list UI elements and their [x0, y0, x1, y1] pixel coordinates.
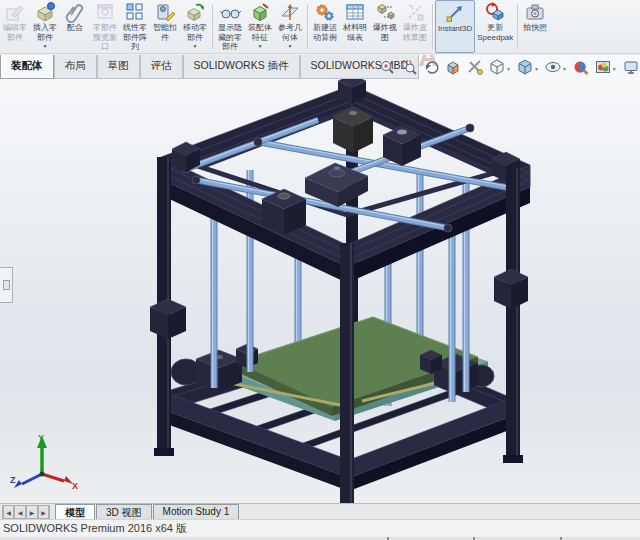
assembly-features-icon: [249, 1, 271, 23]
toolbar-button-label: Instant3D: [438, 24, 472, 34]
display-style-button[interactable]: ▼: [515, 59, 541, 79]
triad-x-label: X: [72, 481, 78, 491]
exploded-view-button[interactable]: 爆炸视图: [370, 0, 400, 53]
explode-line-sketch-button: 爆炸直线草图: [400, 0, 430, 53]
tab-nav-prev-button[interactable]: ◀: [14, 505, 26, 519]
toolbar-button-label: 移动零部件: [183, 23, 207, 42]
insert-components-icon: [34, 1, 56, 23]
view-orientation-button[interactable]: ▼: [487, 59, 513, 79]
tab-nav-next-button[interactable]: ▶: [26, 505, 38, 519]
show-hidden-components-button[interactable]: 显示隐藏的零部件: [215, 0, 245, 53]
linear-component-pattern-button[interactable]: 线性零部件阵列▼: [120, 0, 150, 53]
new-motion-study-icon: [314, 1, 336, 23]
graphics-viewport[interactable]: 装配体布局草图评估SOLIDWORKS 插件SOLIDWORKS MBD ▼▼▼…: [0, 55, 640, 503]
toolbar-button-label: 爆炸视图: [373, 23, 397, 42]
command-tab-assembly[interactable]: 装配体: [0, 55, 54, 79]
toolbar-separator: [517, 4, 518, 49]
status-bar: SOLIDWORKS Premium 2016 x64 版: [0, 519, 640, 537]
dropdown-caret-icon[interactable]: ▼: [193, 43, 198, 49]
command-manager-tabs: 装配体布局草图评估SOLIDWORKS 插件SOLIDWORKS MBD: [0, 55, 419, 79]
dropdown-caret-icon[interactable]: ▼: [562, 66, 567, 72]
bill-of-materials-icon: [344, 1, 366, 23]
instant3d-icon: [444, 2, 466, 24]
move-component-icon: [184, 1, 206, 23]
toolbar-button-label: 零部件预览窗口: [93, 23, 117, 52]
toolbar-button-label: 装配体特征: [248, 23, 272, 42]
tab-nav-first-button[interactable]: ◀: [2, 505, 14, 519]
command-tab-2[interactable]: 草图: [97, 55, 140, 79]
zoom-to-fit-button[interactable]: [377, 59, 397, 79]
display-style-icon: [517, 59, 533, 79]
heads-up-view-toolbar: ▼▼▼▼▼: [377, 59, 640, 79]
toolbar-separator: [307, 4, 308, 49]
document-tab-0[interactable]: 模型: [55, 504, 95, 519]
update-speedpak-button[interactable]: 更新Speedpak: [475, 0, 515, 53]
model-3d-printer-assembly[interactable]: [0, 55, 640, 503]
toolbar-button-label: 线性零部件阵列: [123, 23, 147, 52]
explode-line-sketch-icon: [404, 1, 426, 23]
triad-z-label: Z: [10, 475, 16, 485]
zoom-to-area-icon: [401, 59, 417, 79]
dropdown-caret-icon[interactable]: ▼: [288, 43, 293, 49]
section-view-button[interactable]: [443, 59, 463, 79]
command-tab-1[interactable]: 布局: [54, 55, 97, 79]
mate-icon: [64, 1, 86, 23]
tab-nav-last-button[interactable]: ▶: [38, 505, 50, 519]
view-settings-button[interactable]: ▼: [621, 59, 640, 79]
document-tab-2[interactable]: Motion Study 1: [153, 504, 240, 519]
feature-manager-tab-icon: [3, 280, 10, 290]
exploded-view-icon: [374, 1, 396, 23]
dropdown-caret-icon[interactable]: ▼: [133, 53, 138, 55]
previous-view-button[interactable]: [421, 59, 441, 79]
move-component-button[interactable]: 移动零部件▼: [180, 0, 210, 53]
apply-scene-icon: [595, 59, 611, 79]
zoom-to-fit-icon: [379, 59, 395, 79]
insert-components-button[interactable]: 插入零部件▼: [30, 0, 60, 53]
toolbar-button-label: 拍快照: [523, 23, 547, 33]
smart-fasteners-button[interactable]: 智能扣件: [150, 0, 180, 53]
command-tab-4[interactable]: SOLIDWORKS 插件: [183, 55, 300, 79]
feature-manager-collapsed-tab[interactable]: [0, 267, 13, 303]
toolbar-button-label: 编辑零部件: [3, 23, 27, 42]
dropdown-caret-icon[interactable]: ▼: [612, 66, 617, 72]
toolbar-button-label: 更新Speedpak: [477, 23, 513, 42]
smart-fasteners-icon: [154, 1, 176, 23]
dropdown-caret-icon[interactable]: ▼: [534, 66, 539, 72]
hide-show-items-button[interactable]: ▼: [543, 59, 569, 79]
zoom-to-area-button[interactable]: [399, 59, 419, 79]
previous-view-icon: [423, 59, 439, 79]
linear-component-pattern-icon: [124, 1, 146, 23]
toolbar-button-label: 材料明细表: [343, 23, 367, 42]
orientation-triad: Z X Y: [8, 431, 80, 497]
dropdown-caret-icon[interactable]: ▼: [43, 43, 48, 49]
command-tab-3[interactable]: 评估: [140, 55, 183, 79]
edit-appearance-icon: [573, 59, 589, 79]
toolbar-button-label: 参考几何体: [278, 23, 302, 42]
dropdown-caret-icon[interactable]: ▼: [258, 43, 263, 49]
command-manager-toolbar: 编辑零部件插入零部件▼配合零部件预览窗口线性零部件阵列▼智能扣件移动零部件▼显示…: [0, 0, 640, 54]
bill-of-materials-button[interactable]: 材料明细表: [340, 0, 370, 53]
take-snapshot-icon: [524, 1, 546, 23]
mate-button[interactable]: 配合: [60, 0, 90, 53]
component-preview-window-icon: [94, 1, 116, 23]
annotation-views-icon: [467, 59, 483, 79]
tab-nav-buttons: ◀◀▶▶: [2, 504, 50, 519]
reference-geometry-button[interactable]: 参考几何体▼: [275, 0, 305, 53]
assembly-features-button[interactable]: 装配体特征▼: [245, 0, 275, 53]
apply-scene-button[interactable]: ▼: [593, 59, 619, 79]
new-motion-study-button[interactable]: 新建运动算例: [310, 0, 340, 53]
dropdown-caret-icon[interactable]: ▼: [506, 66, 511, 72]
annotation-views-button[interactable]: [465, 59, 485, 79]
document-tabs-bar: ◀◀▶▶ 模型3D 视图Motion Study 1: [0, 503, 640, 519]
view-settings-icon: [623, 59, 639, 79]
instant3d-button[interactable]: Instant3D: [435, 0, 475, 53]
toolbar-button-label: 插入零部件: [33, 23, 57, 42]
document-tab-1[interactable]: 3D 视图: [96, 504, 152, 519]
toolbar-separator: [432, 4, 433, 49]
edit-appearance-button[interactable]: [571, 59, 591, 79]
triad-y-label: Y: [38, 433, 44, 443]
section-view-icon: [445, 59, 461, 79]
solidworks-window: 编辑零部件插入零部件▼配合零部件预览窗口线性零部件阵列▼智能扣件移动零部件▼显示…: [0, 0, 640, 540]
take-snapshot-button[interactable]: 拍快照: [520, 0, 550, 53]
component-preview-window-button: 零部件预览窗口: [90, 0, 120, 53]
